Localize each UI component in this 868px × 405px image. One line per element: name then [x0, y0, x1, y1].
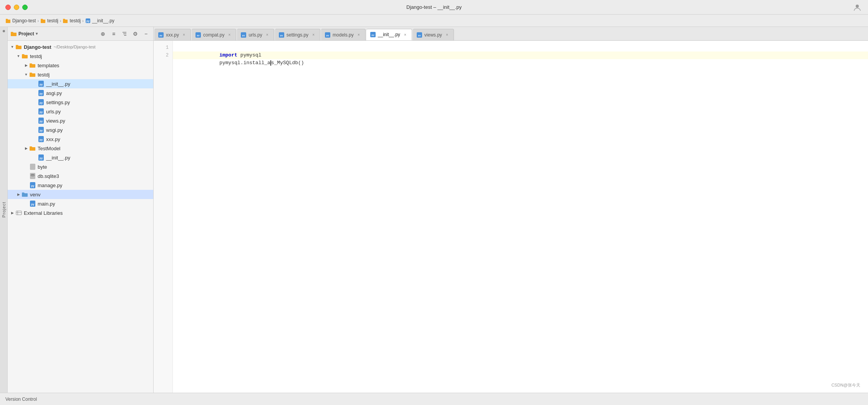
tree-item-db[interactable]: ▶ db.sqlite3: [8, 171, 153, 181]
svg-text:py: py: [40, 92, 43, 95]
tab-close-compat[interactable]: ×: [227, 32, 232, 38]
tab-label: models.py: [333, 32, 354, 38]
tree-item-xxx[interactable]: ▶ py xxx.py: [8, 134, 153, 144]
tree-item-django-test[interactable]: ▼ Django-test ~/Desktop/Django-test: [8, 42, 153, 51]
breadcrumb-item-0[interactable]: Django-test: [5, 18, 36, 23]
svg-rect-13: [30, 73, 35, 77]
venv-folder-icon: [22, 191, 28, 198]
svg-rect-11: [22, 55, 28, 58]
tab-file-icon: py: [417, 32, 422, 38]
py-icon: py: [38, 154, 45, 161]
breadcrumb: Django-test › testdj › testdj › py __ini…: [0, 15, 868, 27]
expand-arrow: ▼: [23, 71, 29, 78]
tab-views[interactable]: py views.py ×: [413, 29, 454, 40]
tree-item-views[interactable]: ▶ py views.py: [8, 116, 153, 125]
tab-close-models[interactable]: ×: [356, 32, 361, 38]
tree-item-venv[interactable]: ▶ venv: [8, 190, 153, 199]
folder-icon: [29, 62, 36, 69]
breadcrumb-item-2[interactable]: testdj: [63, 18, 81, 23]
code-text: pymysql.install_a: [219, 60, 270, 66]
tab-close-urls[interactable]: ×: [265, 32, 270, 38]
svg-text:py: py: [280, 34, 283, 37]
tab-label: urls.py: [248, 32, 262, 38]
tab-compat[interactable]: py compat.py ×: [192, 29, 236, 40]
tab-urls[interactable]: py urls.py ×: [237, 29, 274, 40]
svg-text:py: py: [31, 203, 34, 206]
tab-xxx[interactable]: py xxx.py ×: [154, 29, 191, 40]
tab-file-icon: py: [370, 32, 376, 37]
svg-rect-39: [16, 211, 22, 215]
line-num-1: 1: [154, 44, 172, 51]
tree-item-label: settings.py: [46, 100, 70, 105]
tab-models[interactable]: py models.py ×: [321, 29, 366, 40]
svg-rect-28: [30, 147, 35, 151]
code-editor[interactable]: 1 2 import pymysql pymysql.install_as_My…: [154, 41, 868, 393]
user-icon[interactable]: [852, 2, 863, 13]
tree-item-label: External Libraries: [24, 210, 63, 216]
tree-item-byte[interactable]: ▶ byte: [8, 162, 153, 171]
tree-toolbar: Project ▾ ⊕ ≡ ⚙ −: [8, 27, 153, 41]
tree-item-label: testdj: [38, 72, 50, 78]
folder-icon: [29, 71, 36, 78]
tab-init[interactable]: py __init__.py ×: [366, 29, 412, 40]
svg-point-33: [31, 174, 35, 176]
maximize-button[interactable]: [22, 5, 28, 10]
tree-item-testdj-inner[interactable]: ▼ testdj: [8, 70, 153, 79]
breadcrumb-sep-2: ›: [82, 18, 84, 23]
ext-lib-icon: [15, 209, 22, 216]
tree-item-manage[interactable]: ▶ py manage.py: [8, 181, 153, 190]
project-folder-icon: [11, 32, 17, 36]
settings-icon[interactable]: ⚙: [131, 30, 139, 38]
expand-all-icon[interactable]: ≡: [109, 30, 118, 38]
expand-arrow: ▶: [23, 145, 29, 151]
close-button[interactable]: [5, 5, 11, 10]
expand-arrow: ▶: [15, 191, 22, 198]
tree-item-label: Django-test: [24, 44, 51, 50]
tree-item-label: urls.py: [46, 109, 61, 115]
tab-close-settings[interactable]: ×: [311, 32, 316, 38]
tree-item-asgi[interactable]: ▶ py asgi.py: [8, 88, 153, 98]
svg-text:py: py: [86, 20, 89, 23]
tree-item-settings[interactable]: ▶ py settings.py: [8, 98, 153, 107]
svg-text:py: py: [40, 120, 43, 123]
minimize-button[interactable]: [14, 5, 19, 10]
tree-item-wsgi[interactable]: ▶ py wsgi.py: [8, 125, 153, 134]
title-bar: Django-test – __init__.py: [0, 0, 868, 15]
tab-bar: py xxx.py × py compat.py ×: [154, 27, 868, 41]
svg-text:py: py: [31, 184, 34, 188]
toolbar-dropdown-icon[interactable]: ▾: [36, 32, 38, 36]
tab-settings[interactable]: py settings.py ×: [275, 29, 320, 40]
tree-item-path: ~/Desktop/Django-test: [54, 45, 96, 49]
project-sidebar-label[interactable]: Project: [0, 27, 8, 393]
svg-text:py: py: [40, 83, 43, 86]
tree-item-label: views.py: [46, 118, 65, 124]
code-line-1: import pymysql: [173, 44, 868, 51]
tree-item-init-py[interactable]: ▶ py __init__.py: [8, 79, 153, 88]
tree-item-testmodel[interactable]: ▶ TestModel: [8, 144, 153, 153]
tree-toolbar-title: Project ▾: [11, 31, 97, 37]
db-icon: [29, 173, 36, 179]
tree-item-external[interactable]: ▶ External Libraries: [8, 208, 153, 217]
tab-file-icon: py: [158, 32, 164, 38]
collapse-all-icon[interactable]: [120, 30, 129, 38]
code-line-2: pymysql.install_as_MySQLdb(): [173, 51, 868, 59]
tree-item-templates[interactable]: ▶ templates: [8, 61, 153, 70]
tree-item-main[interactable]: ▶ py main.py: [8, 199, 153, 208]
svg-rect-12: [30, 64, 35, 68]
tab-close-xxx[interactable]: ×: [181, 32, 187, 38]
bottom-bar[interactable]: Version Control: [0, 393, 868, 405]
tree-item-testdj[interactable]: ▼ testdj: [8, 51, 153, 61]
code-lines[interactable]: import pymysql pymysql.install_as_MySQLd…: [173, 41, 868, 393]
minimize-tree-icon[interactable]: −: [142, 30, 150, 38]
tab-file-icon: py: [241, 32, 246, 38]
svg-rect-36: [22, 193, 28, 197]
traffic-lights: [5, 5, 28, 10]
tab-close-init[interactable]: ×: [403, 32, 408, 37]
tree-item-testmodel-init[interactable]: ▶ py __init__.py: [8, 153, 153, 162]
tab-label: views.py: [424, 32, 442, 38]
tab-close-views[interactable]: ×: [444, 32, 450, 38]
add-icon[interactable]: ⊕: [99, 30, 107, 38]
tree-item-urls[interactable]: ▶ py urls.py: [8, 107, 153, 116]
breadcrumb-item-1[interactable]: testdj: [40, 18, 58, 23]
breadcrumb-item-3[interactable]: py __init__.py: [85, 18, 114, 23]
